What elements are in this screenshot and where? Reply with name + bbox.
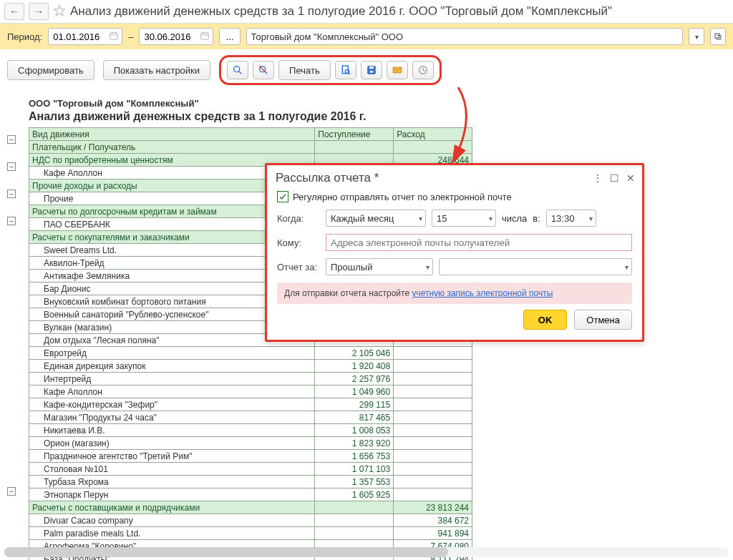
org-dropdown-button[interactable]: ▾ <box>689 28 704 45</box>
table-row[interactable]: Столовая №1011 071 103 <box>29 463 472 476</box>
row-income: 299 115 <box>315 398 394 411</box>
table-row[interactable]: Интертрейд2 257 976 <box>29 373 472 385</box>
table-row[interactable]: Этнопарк Перун1 605 925 <box>29 488 472 501</box>
table-row[interactable]: Расчеты с поставщиками и подрядчиками23 … <box>29 501 472 514</box>
row-name: Кафе-кондитерская "Зефир" <box>29 398 315 411</box>
row-name: Евротрейд <box>29 347 315 360</box>
table-row[interactable]: Праздничное агентство "Третий Рим"1 656 … <box>29 450 472 463</box>
email-button[interactable] <box>387 61 408 79</box>
dialog-close-icon[interactable]: ✕ <box>626 172 635 184</box>
day-select[interactable]: 15▾ <box>432 210 496 227</box>
row-name: Divuar Cacao company <box>29 514 315 527</box>
table-row[interactable]: Орион (магазин)1 823 920 <box>29 437 472 450</box>
refresh-button[interactable] <box>253 61 274 79</box>
email-account-link[interactable]: учетную запись электронной почты <box>412 288 553 298</box>
recipients-input[interactable] <box>326 234 632 251</box>
dialog-maximize-icon[interactable]: ☐ <box>610 172 619 184</box>
find-button[interactable] <box>227 61 248 79</box>
organization-value: Торговый дом "Комплексный" ООО <box>251 31 403 42</box>
forward-button[interactable]: → <box>29 3 49 20</box>
period-from-input[interactable] <box>52 31 109 43</box>
table-row[interactable]: Турбаза Яхрома1 357 553 <box>29 476 472 488</box>
table-row[interactable]: Divuar Cacao company384 672 <box>29 514 472 527</box>
row-expense <box>394 398 472 411</box>
row-expense <box>394 385 472 398</box>
table-row[interactable]: Евротрейд2 105 046 <box>29 347 472 360</box>
calendar-icon[interactable] <box>200 31 210 43</box>
calendar-icon[interactable] <box>109 31 119 43</box>
row-income: 817 465 <box>315 411 394 424</box>
row-income <box>315 501 394 514</box>
regular-send-label: Регулярно отправлять отчет по электронно… <box>293 192 512 202</box>
report-org-name: ООО "Торговый дом "Комплексный" <box>29 98 719 109</box>
row-expense <box>394 360 472 373</box>
col-expense: Расход <box>394 128 472 141</box>
table-row[interactable]: Магазин "Продукты 24 часа"817 465 <box>29 411 472 424</box>
row-expense <box>394 488 472 501</box>
period-picker-button[interactable]: ... <box>219 28 240 45</box>
row-income: 1 357 553 <box>315 476 394 488</box>
row-income <box>315 527 394 540</box>
report-for-select[interactable]: Прошлый▾ <box>326 258 433 275</box>
tree-collapse-node[interactable]: − <box>7 487 16 496</box>
frequency-select[interactable]: Каждый месяц▾ <box>326 210 426 227</box>
time-value: 13:30 <box>551 213 575 224</box>
table-row[interactable]: Кафе Аполлон1 049 960 <box>29 385 472 398</box>
cancel-button[interactable]: Отмена <box>574 310 632 330</box>
row-name: Орион (магазин) <box>29 437 315 450</box>
horizontal-scrollbar[interactable] <box>4 547 729 557</box>
row-income <box>315 514 394 527</box>
table-row[interactable]: Единая дирекция закупок1 920 408 <box>29 360 472 373</box>
toolbar-highlight: Печать <box>219 55 442 85</box>
row-income: 1 008 053 <box>315 424 394 437</box>
day-suffix: числа <box>502 213 527 224</box>
period-label: Период: <box>7 31 42 42</box>
tree-collapse-node[interactable]: − <box>7 162 16 171</box>
save-button[interactable] <box>361 61 382 79</box>
row-income: 1 049 960 <box>315 385 394 398</box>
tree-collapse-node[interactable]: − <box>7 217 16 225</box>
period-from[interactable] <box>48 28 122 45</box>
svg-line-17 <box>349 73 350 74</box>
svg-rect-1 <box>110 32 118 39</box>
generate-button[interactable]: Сформировать <box>7 60 94 80</box>
organization-select[interactable]: Торговый дом "Комплексный" ООО <box>246 28 683 45</box>
ok-button[interactable]: OK <box>523 310 568 330</box>
preview-button[interactable] <box>335 61 356 79</box>
print-button[interactable]: Печать <box>278 60 331 80</box>
row-name: Никитаева И.В. <box>29 424 315 437</box>
row-name: Праздничное агентство "Третий Рим" <box>29 450 315 463</box>
show-settings-button[interactable]: Показать настройки <box>103 60 210 80</box>
table-row[interactable]: Кафе-кондитерская "Зефир"299 115 <box>29 398 472 411</box>
report-for-extra-select[interactable]: ▾ <box>439 258 632 275</box>
to-label: Кому: <box>277 237 320 248</box>
row-name: Расчеты с поставщиками и подрядчиками <box>29 501 315 514</box>
svg-rect-19 <box>369 67 374 69</box>
org-open-button[interactable] <box>710 28 726 45</box>
row-expense <box>394 463 472 476</box>
back-button[interactable]: ← <box>4 3 24 20</box>
scrollbar-thumb[interactable] <box>4 547 448 557</box>
dialog-menu-icon[interactable]: ⋮ <box>593 172 603 184</box>
schedule-button[interactable] <box>412 61 434 79</box>
row-expense: 384 672 <box>394 514 472 527</box>
row-income: 1 605 925 <box>315 488 394 501</box>
period-to[interactable] <box>139 28 213 45</box>
row-name: Магазин "Продукты 24 часа" <box>29 411 315 424</box>
tree-collapse-node[interactable]: − <box>7 135 16 144</box>
row-expense: 23 813 244 <box>394 501 472 514</box>
table-row[interactable]: Никитаева И.В.1 008 053 <box>29 424 472 437</box>
row-name: Palm paradise meals Ltd. <box>29 527 315 540</box>
table-row[interactable]: Palm paradise meals Ltd.941 894 <box>29 527 472 540</box>
time-select[interactable]: 13:30▾ <box>546 210 596 227</box>
favorite-star-icon[interactable] <box>53 4 66 19</box>
report-for-value: Прошлый <box>331 262 372 272</box>
tree-collapse-node[interactable]: − <box>7 190 16 198</box>
warning-row: Для отправки отчета настройте учетную за… <box>277 283 632 304</box>
regular-send-checkbox[interactable] <box>277 191 288 202</box>
page-title: Анализ движений денежных средств за 1 по… <box>70 4 612 19</box>
row-expense <box>394 437 472 450</box>
col-movement-type: Вид движения <box>29 128 315 141</box>
svg-rect-20 <box>369 71 373 73</box>
period-to-input[interactable] <box>142 31 200 43</box>
